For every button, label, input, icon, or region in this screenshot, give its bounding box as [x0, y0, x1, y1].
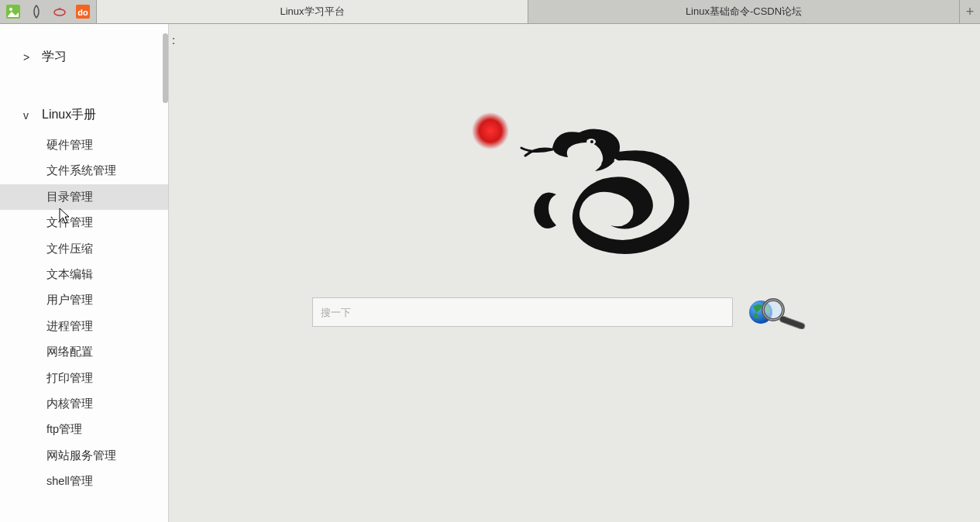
- nav-item-print[interactable]: 打印管理: [0, 366, 168, 391]
- nav-item-user[interactable]: 用户管理: [0, 287, 168, 313]
- browser-tab-bar: do Linux学习平台 Linux基础命令-CSDN论坛 +: [0, 0, 980, 24]
- nav-item-process[interactable]: 进程管理: [0, 314, 168, 339]
- globe-magnifier-icon: [745, 295, 810, 329]
- nav-section-label: Linux手册: [42, 107, 96, 123]
- nav-item-textedit[interactable]: 文本编辑: [0, 262, 168, 287]
- search-input[interactable]: [312, 297, 733, 327]
- colon-text: :: [172, 33, 175, 46]
- tab-active[interactable]: Linux学习平台: [97, 0, 528, 23]
- favicon-4[interactable]: do: [74, 3, 91, 20]
- nav-section-label: 学习: [42, 49, 67, 65]
- chevron-down-icon: v: [23, 109, 29, 122]
- search-row: [312, 295, 810, 329]
- tab-add-button[interactable]: +: [960, 0, 980, 23]
- nav-section-examples[interactable]: > 实例: [0, 517, 168, 522]
- favicon-2[interactable]: [28, 3, 45, 20]
- tab-inactive-title: Linux基础命令-CSDN论坛: [686, 5, 802, 19]
- svg-point-3: [59, 8, 60, 9]
- nav-item-filesystem[interactable]: 文件系统管理: [0, 158, 168, 184]
- nav-section-learn[interactable]: > 学习: [0, 39, 168, 74]
- nav-item-directory[interactable]: 目录管理: [0, 184, 168, 210]
- nav-item-compress[interactable]: 文件压缩: [0, 236, 168, 262]
- nav-item-website[interactable]: 网站服务管理: [0, 443, 168, 469]
- nav-section-linux-manual[interactable]: v Linux手册: [0, 98, 168, 132]
- svg-text:do: do: [77, 8, 88, 17]
- favicon-1[interactable]: [5, 3, 22, 20]
- tab-favicon-strip: do: [0, 0, 97, 23]
- svg-point-8: [590, 140, 593, 143]
- svg-point-2: [54, 9, 65, 15]
- content-area: :: [169, 24, 980, 522]
- nav-item-file[interactable]: 文件管理: [0, 210, 168, 235]
- chevron-right-icon: >: [23, 51, 29, 64]
- nav-item-hardware[interactable]: 硬件管理: [0, 132, 168, 158]
- tab-inactive[interactable]: Linux基础命令-CSDN论坛: [528, 0, 960, 23]
- search-button[interactable]: [745, 295, 810, 329]
- favicon-3[interactable]: [51, 3, 68, 20]
- nav-item-network[interactable]: 网络配置: [0, 339, 168, 365]
- nav-sublist: 硬件管理 文件系统管理 目录管理 文件管理 文件压缩 文本编辑 用户管理 进程管…: [0, 132, 168, 494]
- sidebar: > 学习 v Linux手册 硬件管理 文件系统管理 目录管理 文件管理 文件压…: [0, 24, 169, 522]
- nav-item-shell[interactable]: shell管理: [0, 469, 168, 494]
- main-area: > 学习 v Linux手册 硬件管理 文件系统管理 目录管理 文件管理 文件压…: [0, 24, 980, 522]
- svg-point-6: [472, 112, 509, 149]
- tab-active-title: Linux学习平台: [280, 5, 344, 19]
- svg-point-1: [9, 8, 12, 11]
- nav-item-kernel[interactable]: 内核管理: [0, 391, 168, 417]
- nav-item-ftp[interactable]: ftp管理: [0, 417, 168, 442]
- logo-snake: [463, 109, 696, 272]
